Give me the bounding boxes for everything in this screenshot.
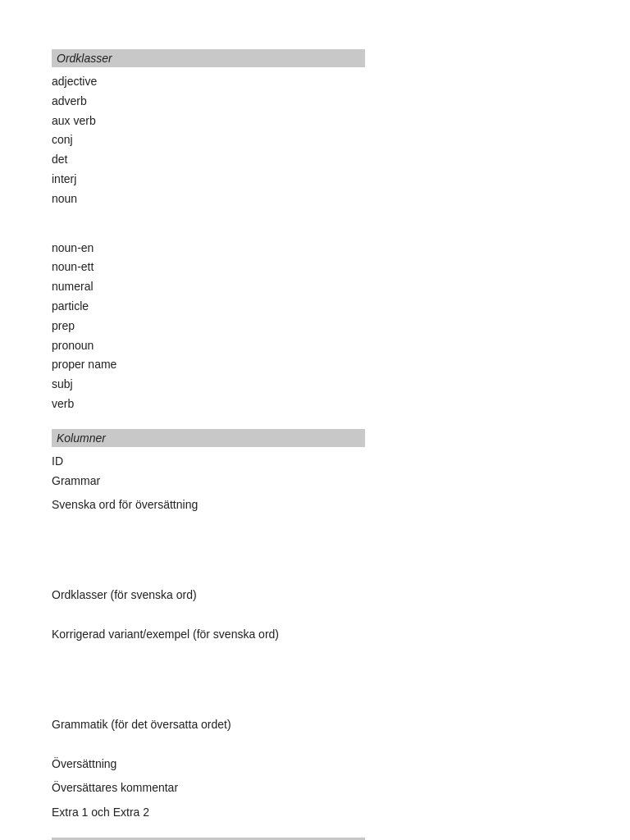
kolumner-list: ID Grammar — [52, 452, 578, 491]
list-item: numeral — [52, 277, 578, 297]
list-item: interj — [52, 170, 578, 189]
list-item: det — [52, 150, 578, 170]
kolumner-header: Kolumner — [52, 429, 365, 447]
list-item: prep — [52, 317, 578, 336]
kolumner-item: ID — [52, 452, 578, 472]
ordklasser-list-1: adjective adverb aux verb conj det inter… — [52, 72, 578, 209]
list-item: noun-en — [52, 239, 578, 258]
kolumner-extra-3: Korrigerad variant/exempel (för svenska … — [52, 625, 578, 645]
kolumner-extra-4: Grammatik (för det översatta ordet) — [52, 715, 578, 735]
list-item: adjective — [52, 72, 578, 92]
list-item: particle — [52, 297, 578, 317]
kolumner-item: Grammar — [52, 472, 578, 491]
list-item: proper name — [52, 355, 578, 375]
list-item: adverb — [52, 92, 578, 112]
ordklasser-header: Ordklasser — [52, 49, 365, 67]
list-item: verb — [52, 395, 578, 414]
kolumner-extra-7: Extra 1 och Extra 2 — [52, 803, 578, 823]
list-item: noun-ett — [52, 258, 578, 277]
kolumner-extra-5: Översättning — [52, 755, 578, 774]
list-item: subj — [52, 375, 578, 395]
ordklasser-list-2: noun-en noun-ett numeral particle prep p… — [52, 239, 578, 414]
list-item: aux verb — [52, 112, 578, 131]
kolumner-extra-6: Översättares kommentar — [52, 778, 578, 798]
kolumner-extra-1: Svenska ord för översättning — [52, 495, 578, 515]
kolumner-extra-2: Ordklasser (för svenska ord) — [52, 586, 578, 605]
list-item: pronoun — [52, 336, 578, 356]
list-item: conj — [52, 130, 578, 150]
page-container: Ordklasser adjective adverb aux verb con… — [0, 0, 630, 840]
list-item: noun — [52, 189, 578, 209]
